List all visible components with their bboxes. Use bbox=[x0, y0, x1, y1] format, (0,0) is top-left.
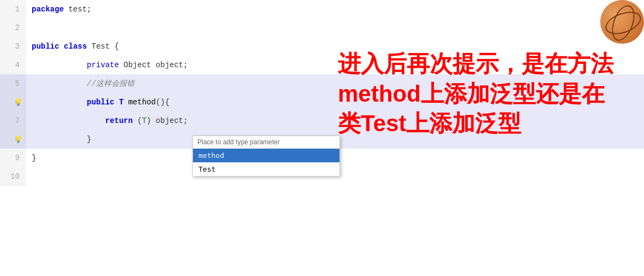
line-number-5: 5 bbox=[0, 74, 26, 93]
code-line-7: 7 return (T) object; bbox=[0, 111, 644, 130]
line-content-4: private Object object; bbox=[26, 56, 644, 74]
method-name: method bbox=[128, 98, 155, 107]
type-parameter-dropdown: Place to add type parameter method Test bbox=[192, 136, 340, 177]
dropdown-header: Place to add type parameter bbox=[193, 136, 339, 149]
code-line-6: 6 💡 public T method(){ bbox=[0, 93, 644, 111]
code-line-4: 4 private Object object; bbox=[0, 56, 644, 74]
keyword-class: class bbox=[64, 42, 87, 51]
comment-line5: //这样会报错 bbox=[87, 79, 134, 89]
code-line-3: 3 public class Test { bbox=[0, 37, 644, 56]
keyword-public-3: public bbox=[32, 42, 59, 51]
line-number-4: 4 bbox=[0, 56, 26, 74]
keyword-return: return bbox=[105, 116, 132, 125]
line-content-6: 💡 public T method(){ bbox=[26, 93, 644, 111]
dropdown-item-test[interactable]: Test bbox=[193, 162, 339, 176]
keyword-private: private bbox=[87, 61, 119, 69]
bulb-icon-left[interactable]: 💡 bbox=[14, 98, 22, 107]
line-number-1: 1 bbox=[0, 0, 26, 19]
line-number-3: 3 bbox=[0, 37, 26, 56]
line-number-2: 2 bbox=[0, 19, 26, 37]
bulb-icon-line8[interactable]: 💡 bbox=[14, 136, 22, 144]
code-line-5: 5 //这样会报错 bbox=[0, 74, 644, 93]
keyword-public-6: public bbox=[87, 98, 114, 107]
line-number-7: 7 bbox=[0, 111, 26, 130]
keyword-package: package bbox=[32, 5, 64, 14]
cast-T: T bbox=[142, 116, 147, 125]
basketball-decoration bbox=[600, 0, 644, 44]
line-content-5: //这样会报错 bbox=[26, 74, 644, 93]
editor-container: 1 package test; 2 3 public class Test { … bbox=[0, 0, 644, 276]
code-line-2: 2 bbox=[0, 19, 644, 37]
line-content-1: package test; bbox=[26, 0, 644, 19]
code-line-1: 1 package test; bbox=[0, 0, 644, 19]
line-content-7: return (T) object; bbox=[26, 111, 644, 130]
dropdown-item-method[interactable]: method bbox=[193, 149, 339, 162]
line-content-3: public class Test { bbox=[26, 37, 644, 56]
line-number-10: 10 bbox=[0, 167, 26, 186]
type-T: T bbox=[119, 98, 124, 107]
line-content-2 bbox=[26, 19, 644, 37]
line-number-9: 9 bbox=[0, 149, 26, 167]
